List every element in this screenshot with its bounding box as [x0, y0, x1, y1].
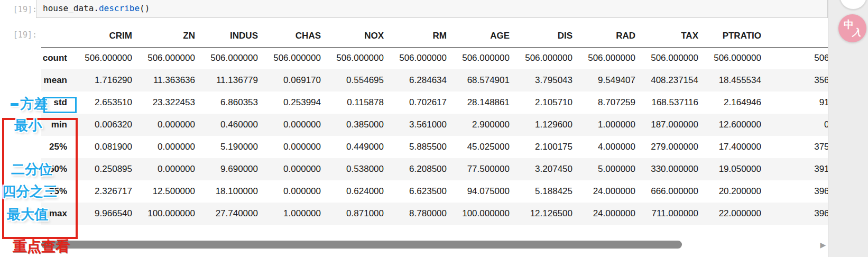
output-prompt: [19]:	[4, 30, 37, 40]
code-method: describe	[99, 3, 140, 13]
jupyter-notebook-cell: 中 入 [19]: house_data.describe() [19]: CR…	[0, 0, 868, 257]
table-cell: 8.707259	[576, 91, 639, 114]
table-cell: 356.000000	[764, 69, 828, 91]
column-header: CRIM	[72, 25, 135, 47]
table-cell: 6.208500	[387, 158, 450, 180]
table-cell: 0.554695	[324, 69, 387, 91]
table-cell: 1.000000	[576, 114, 639, 136]
translate-en-glyph: 入	[852, 26, 861, 39]
column-header: RAD	[576, 25, 639, 47]
table-cell: 68.574901	[450, 69, 513, 91]
column-header: AGE	[450, 25, 513, 47]
table-cell: 5.000000	[576, 158, 639, 180]
table-cell: 91.000000	[764, 91, 828, 114]
table-cell: 23.322453	[135, 91, 198, 114]
table-cell: 28.148861	[450, 91, 513, 114]
table-cell: 279.000000	[639, 136, 701, 158]
table-cell: 0.624000	[324, 180, 387, 203]
table-cell: 0.069170	[261, 69, 324, 91]
table-cell: 0.000000	[764, 114, 828, 136]
table-row: count506.000000506.000000506.000000506.0…	[41, 47, 828, 69]
column-header: DIS	[513, 25, 576, 47]
table-cell: 0.871000	[324, 203, 387, 225]
column-header: INDUS	[198, 25, 261, 47]
table-cell: 506.000000	[639, 47, 701, 69]
table-cell: 0.081900	[72, 136, 135, 158]
column-header: NOX	[324, 25, 387, 47]
table-cell: 506.000000	[513, 47, 576, 69]
column-header	[764, 25, 828, 47]
table-row: 50%0.2508950.0000009.6900000.0000000.538…	[41, 158, 828, 180]
table-cell: 12.600000	[701, 114, 764, 136]
table-cell: 1.716290	[72, 69, 135, 91]
dataframe-viewport: CRIMZNINDUSCHASNOXRMAGEDISRADTAXPTRATIO …	[41, 25, 828, 227]
table-cell: 8.780000	[387, 203, 450, 225]
table-cell: 0.538000	[324, 158, 387, 180]
table-cell: 506.000000	[72, 47, 135, 69]
std-highlight-box	[43, 97, 77, 113]
table-cell: 0.385000	[324, 114, 387, 136]
table-cell: 5.188425	[513, 180, 576, 203]
horizontal-scrollbar-thumb[interactable]	[41, 241, 682, 249]
table-cell: 391.000000	[764, 158, 828, 180]
table-cell: 24.000000	[576, 180, 639, 203]
table-cell: 22.000000	[701, 203, 764, 225]
table-cell: 506.000000	[450, 47, 513, 69]
table-cell: 506.000000	[576, 47, 639, 69]
table-cell: 100.000000	[135, 203, 198, 225]
table-cell: 2.653510	[72, 91, 135, 114]
table-cell: 168.537116	[639, 91, 701, 114]
table-cell: 2.100175	[513, 136, 576, 158]
table-row: min0.0063200.0000000.4600000.0000000.385…	[41, 114, 828, 136]
table-cell: 2.900000	[450, 114, 513, 136]
table-cell: 94.075000	[450, 180, 513, 203]
table-cell: 0.253994	[261, 91, 324, 114]
table-cell: 375.000000	[764, 136, 828, 158]
table-cell: 0.460000	[198, 114, 261, 136]
table-cell: 18.100000	[198, 180, 261, 203]
table-cell: 1.129600	[513, 114, 576, 136]
column-header: CHAS	[261, 25, 324, 47]
table-cell: 17.400000	[701, 136, 764, 158]
table-cell: 6.860353	[198, 91, 261, 114]
table-cell: 27.740000	[198, 203, 261, 225]
annotation-median: 二分位	[11, 162, 52, 176]
variance-connector-line	[11, 103, 19, 106]
table-cell: 408.237154	[639, 69, 701, 91]
code-call-parens: ()	[140, 3, 150, 13]
table-cell: 100.000000	[450, 203, 513, 225]
table-cell: 3.795043	[513, 69, 576, 91]
table-cell: 20.200000	[701, 180, 764, 203]
table-cell: 19.050000	[701, 158, 764, 180]
table-row: 25%0.0819000.0000005.1900000.0000000.449…	[41, 136, 828, 158]
scroll-right-arrow-icon[interactable]: ▶	[818, 240, 828, 250]
code-object: house_data.	[43, 3, 99, 13]
table-row: mean1.71629011.36363611.1367790.0691700.…	[41, 69, 828, 91]
table-cell: 77.500000	[450, 158, 513, 180]
table-cell: 396.000000	[764, 203, 828, 225]
table-cell: 2.326717	[72, 180, 135, 203]
table-cell: 6.284634	[387, 69, 450, 91]
table-cell: 9.690000	[198, 158, 261, 180]
table-cell: 12.500000	[135, 180, 198, 203]
describe-table: CRIMZNINDUSCHASNOXRMAGEDISRADTAXPTRATIO …	[41, 25, 828, 225]
table-cell: 6.623500	[387, 180, 450, 203]
table-cell: 666.000000	[639, 180, 701, 203]
column-header: TAX	[639, 25, 701, 47]
table-cell: 9.966540	[72, 203, 135, 225]
code-editor[interactable]: house_data.describe()	[36, 0, 828, 18]
table-cell: 506.000000	[198, 47, 261, 69]
table-cell: 4.000000	[576, 136, 639, 158]
table-row: 75%2.32671712.50000018.1000000.0000000.6…	[41, 180, 828, 203]
table-cell: 5.190000	[198, 136, 261, 158]
table-cell: 0.702617	[387, 91, 450, 114]
table-cell: 1.000000	[261, 203, 324, 225]
table-cell: 0.000000	[135, 158, 198, 180]
table-cell: 506.000000	[324, 47, 387, 69]
table-cell: 330.000000	[639, 158, 701, 180]
translate-extension-button[interactable]: 中 入	[838, 14, 866, 42]
table-row: max9.966540100.00000027.7400001.0000000.…	[41, 203, 828, 225]
table-cell: 24.000000	[576, 203, 639, 225]
table-cell: 11.136779	[198, 69, 261, 91]
table-cell: 3.207450	[513, 158, 576, 180]
